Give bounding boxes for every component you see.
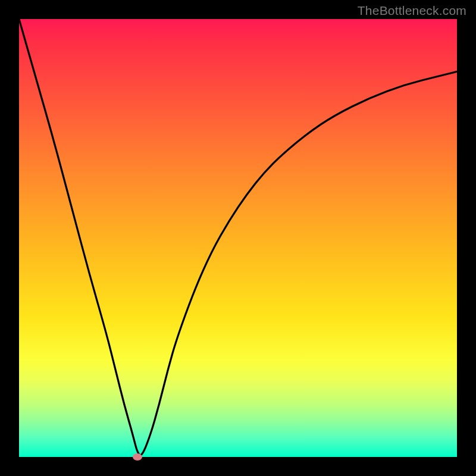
optimal-marker bbox=[133, 453, 142, 461]
watermark-text: TheBottleneck.com bbox=[358, 4, 466, 18]
bottleneck-curve bbox=[19, 19, 457, 457]
chart-frame: TheBottleneck.com bbox=[0, 0, 476, 476]
plot-area bbox=[19, 19, 457, 457]
